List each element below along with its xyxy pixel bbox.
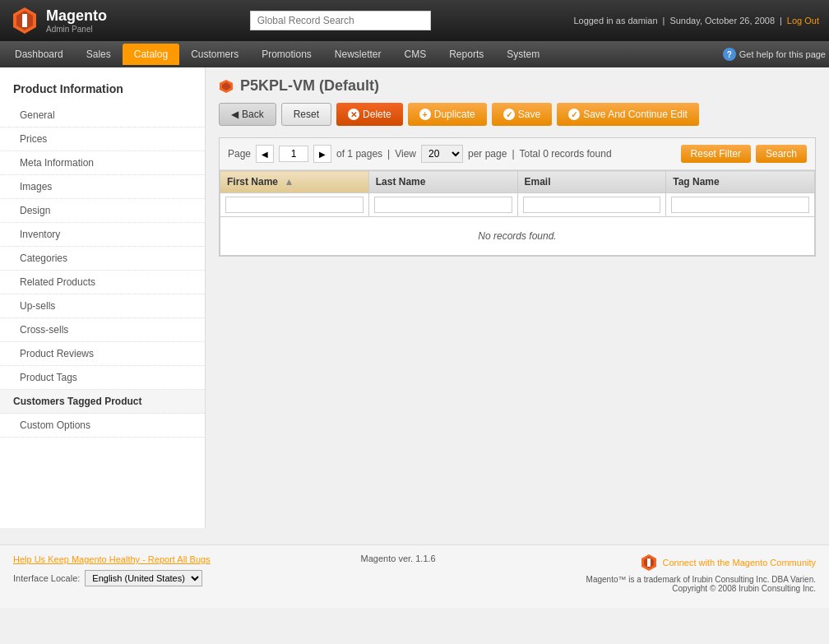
col-last-name[interactable]: Last Name (368, 171, 517, 193)
sidebar-item-general[interactable]: General (0, 104, 205, 127)
nav-cms[interactable]: CMS (393, 44, 438, 65)
pipe-sep2: | (512, 148, 514, 160)
grid-container: Page ◀ ▶ of 1 pages | View 20 30 50 100 … (219, 137, 816, 257)
sidebar-item-prices[interactable]: Prices (0, 127, 205, 151)
filter-last-name-input[interactable] (374, 197, 512, 213)
sidebar-item-cross-sells[interactable]: Cross-sells (0, 318, 205, 342)
sidebar-item-images[interactable]: Images (0, 175, 205, 199)
duplicate-button[interactable]: + Duplicate (408, 103, 487, 126)
sidebar-item-inventory[interactable]: Inventory (0, 223, 205, 247)
reset-button[interactable]: Reset (281, 103, 331, 126)
help-text: Get help for this page (739, 49, 826, 59)
magento-footer-icon (640, 554, 658, 572)
sidebar-item-custom-options[interactable]: Custom Options (0, 414, 205, 438)
svg-rect-3 (22, 14, 27, 19)
page-number-input[interactable] (279, 146, 308, 162)
main-container: Product Information General Prices Meta … (0, 67, 829, 528)
product-icon (219, 79, 234, 94)
nav-system[interactable]: System (495, 44, 551, 65)
filter-first-name-cell (220, 193, 369, 217)
save-continue-button[interactable]: ✓ Save And Continue Edit (557, 103, 699, 126)
page-prev-btn[interactable]: ◀ (256, 145, 274, 163)
footer: Help Us Keep Magento Healthy - Report Al… (0, 544, 829, 608)
filter-email-cell (517, 193, 666, 217)
data-table: First Name ▲ Last Name Email Tag Name (220, 170, 815, 256)
duplicate-icon: + (419, 109, 431, 120)
pagination-bar: Page ◀ ▶ of 1 pages | View 20 30 50 100 … (220, 138, 815, 170)
nav-dashboard[interactable]: Dashboard (3, 44, 75, 65)
logout-link[interactable]: Log Out (787, 16, 819, 25)
back-button[interactable]: ◀ Back (219, 103, 276, 126)
nav-catalog[interactable]: Catalog (123, 44, 179, 65)
col-email[interactable]: Email (517, 171, 666, 193)
nav-sales[interactable]: Sales (75, 44, 123, 65)
footer-copyright: Copyright © 2008 Irubin Consulting Inc. (586, 584, 816, 593)
help-icon: ? (723, 48, 736, 61)
locale-label: Interface Locale: (13, 573, 80, 583)
delete-icon: ✕ (348, 109, 359, 120)
sidebar-title: Product Information (0, 76, 205, 104)
sidebar-item-meta-information[interactable]: Meta Information (0, 151, 205, 175)
footer-right: Connect with the Magento Community Magen… (586, 554, 816, 593)
total-records-text: Total 0 records found (520, 148, 612, 160)
col-first-name[interactable]: First Name ▲ (220, 171, 369, 193)
page-title: P5KPL-VM (Default) (240, 77, 379, 95)
footer-version: Magento ver. 1.1.6 (361, 554, 436, 563)
nav-reports[interactable]: Reports (438, 44, 495, 65)
footer-trademark: Magento™ is a trademark of Irubin Consul… (586, 575, 816, 584)
nav-customers[interactable]: Customers (179, 44, 250, 65)
sidebar-item-up-sells[interactable]: Up-sells (0, 294, 205, 318)
filter-last-name-cell (368, 193, 517, 217)
sidebar-section-customers-tagged: Customers Tagged Product (0, 390, 205, 414)
header-date: Sunday, October 26, 2008 (669, 16, 775, 25)
per-page-label: per page (468, 148, 507, 160)
sidebar-item-product-tags[interactable]: Product Tags (0, 366, 205, 390)
navbar: Dashboard Sales Catalog Customers Promot… (0, 41, 829, 67)
sidebar-item-product-reviews[interactable]: Product Reviews (0, 342, 205, 366)
nav-promotions[interactable]: Promotions (250, 44, 323, 65)
global-search-input[interactable] (250, 11, 431, 30)
pipe-sep1: | (387, 148, 390, 160)
filter-tag-name-input[interactable] (671, 197, 809, 213)
of-pages-text: of 1 pages (336, 148, 382, 160)
filter-row (220, 193, 815, 217)
sidebar-item-categories[interactable]: Categories (0, 247, 205, 271)
sidebar: Product Information General Prices Meta … (0, 67, 206, 528)
nav-help[interactable]: ? Get help for this page (723, 48, 826, 61)
no-records-message: No records found. (220, 217, 815, 256)
header-center (107, 11, 573, 30)
page-label: Page (228, 148, 251, 160)
logo-text: Magento (46, 7, 107, 25)
page-next-btn[interactable]: ▶ (313, 145, 331, 163)
search-button[interactable]: Search (756, 145, 807, 163)
logo-area: Magento Admin Panel (10, 6, 107, 35)
page-title-bar: P5KPL-VM (Default) (219, 77, 816, 95)
back-icon: ◀ (231, 109, 239, 120)
nav-newsletter[interactable]: Newsletter (323, 44, 393, 65)
svg-rect-8 (647, 558, 651, 567)
locale-row: Interface Locale: English (United States… (13, 570, 211, 586)
logged-in-text: Logged in as damian (573, 16, 657, 25)
filter-email-input[interactable] (523, 197, 661, 213)
reset-filter-button[interactable]: Reset Filter (681, 145, 751, 163)
save-continue-icon: ✓ (568, 109, 580, 120)
footer-left: Help Us Keep Magento Healthy - Report Al… (13, 554, 211, 586)
logo-subtext: Admin Panel (46, 25, 107, 34)
header-right: Logged in as damian | Sunday, October 26… (573, 16, 819, 25)
magento-logo-icon (10, 6, 39, 35)
footer-logo-area: Connect with the Magento Community (586, 554, 816, 572)
col-tag-name[interactable]: Tag Name (666, 171, 815, 193)
delete-button[interactable]: ✕ Delete (336, 103, 403, 126)
save-button[interactable]: ✓ Save (492, 103, 552, 126)
community-link[interactable]: Connect with the Magento Community (663, 558, 816, 568)
sidebar-item-related-products[interactable]: Related Products (0, 271, 205, 294)
sort-arrow-icon: ▲ (284, 176, 294, 188)
locale-select[interactable]: English (United States) (85, 570, 202, 586)
filter-first-name-input[interactable] (225, 197, 364, 213)
bug-report-link[interactable]: Help Us Keep Magento Healthy - Report Al… (13, 554, 211, 564)
save-icon: ✓ (503, 109, 515, 120)
action-buttons: ◀ Back Reset ✕ Delete + Duplicate ✓ Save… (219, 103, 816, 126)
view-per-page-select[interactable]: 20 30 50 100 200 (421, 145, 463, 163)
sidebar-item-design[interactable]: Design (0, 199, 205, 223)
header: Magento Admin Panel Logged in as damian … (0, 0, 829, 41)
